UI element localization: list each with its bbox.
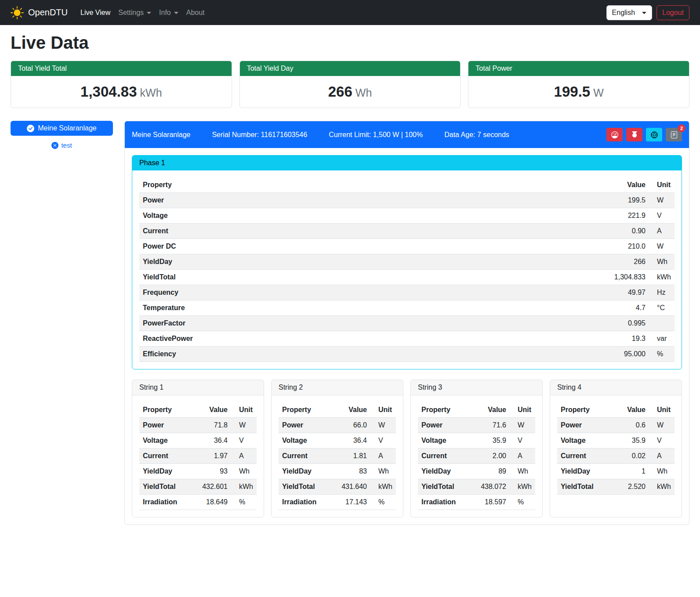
property-name: YieldTotal: [279, 479, 338, 495]
property-value: 0.90: [611, 224, 653, 239]
language-select-value: English: [612, 9, 635, 17]
property-unit: V: [653, 208, 675, 224]
col-header-unit: Unit: [236, 402, 257, 418]
property-value: 2.00: [477, 449, 514, 464]
table-row: YieldDay 93 Wh: [139, 464, 257, 479]
property-unit: %: [236, 495, 257, 510]
string-card-body: Property Value Unit Power: [411, 395, 542, 517]
summary-cards-row: Total Yield Total 1,304.83kWh Total Yiel…: [11, 61, 689, 108]
property-name: YieldDay: [418, 464, 477, 479]
property-unit: Wh: [653, 464, 675, 479]
string-card-2: String 2 Property Value Unit: [271, 380, 403, 517]
property-name: Current: [279, 449, 338, 464]
col-header-property: Property: [139, 402, 199, 418]
property-value: 1,304.833: [611, 270, 653, 285]
string-card-title: String 2: [272, 380, 403, 395]
property-value: 438.072: [477, 479, 514, 495]
property-name: YieldDay: [279, 464, 338, 479]
property-unit: Wh: [514, 464, 535, 479]
inverter-select-button[interactable]: Meine Solaranlage: [11, 121, 113, 136]
string-card-1: String 1 Property Value Unit: [132, 380, 264, 517]
table-row: Current 0.02 A: [557, 449, 675, 464]
summary-card-total-yield-day: Total Yield Day 266Wh: [239, 61, 461, 108]
table-row: Current 1.97 A: [139, 449, 257, 464]
table-header-row: Property Value Unit: [139, 177, 675, 193]
device-info-button[interactable]: [646, 128, 662, 141]
property-name: YieldTotal: [139, 479, 199, 495]
property-value: 2.520: [624, 479, 653, 495]
property-value: 1: [624, 464, 653, 479]
property-name: Current: [418, 449, 477, 464]
nav-item-label: Info: [159, 9, 171, 17]
nav-item-settings[interactable]: Settings: [114, 5, 155, 20]
power-button[interactable]: [626, 128, 642, 141]
property-value: 0.995: [611, 316, 653, 331]
property-name: Power: [557, 418, 624, 433]
summary-value: 1,304.83: [80, 83, 137, 100]
chevron-down-icon: [642, 12, 646, 14]
nav-item-info[interactable]: Info: [155, 5, 182, 20]
inverter-sidebar: Meine Solaranlage test: [11, 121, 113, 149]
x-circle-icon: [51, 142, 58, 149]
nav-item-about[interactable]: About: [182, 5, 209, 20]
col-header-value: Value: [611, 177, 653, 193]
string-card-body: Property Value Unit Power: [550, 395, 682, 502]
property-value: 18.597: [477, 495, 514, 510]
phase-table: Property Value Unit Power 199.5: [139, 177, 675, 362]
table-row: Power DC 210.0 W: [139, 239, 675, 254]
property-unit: Wh: [375, 464, 396, 479]
top-navbar: OpenDTU Live View Settings Info About En…: [0, 0, 700, 25]
property-unit: W: [236, 418, 257, 433]
table-row: ReactivePower 19.3 var: [139, 331, 675, 347]
page-content: Live Data Total Yield Total 1,304.83kWh …: [0, 25, 700, 535]
col-header-value: Value: [338, 402, 375, 418]
property-unit: A: [653, 224, 675, 239]
power-icon: [631, 131, 638, 138]
logout-button[interactable]: Logout: [656, 5, 689, 20]
property-unit: °C: [653, 300, 675, 316]
nav-item-live-view[interactable]: Live View: [76, 5, 114, 20]
property-name: Frequency: [139, 285, 611, 300]
phase-card-body: Property Value Unit Power 199.5: [132, 170, 682, 369]
property-value: 1.97: [199, 449, 236, 464]
property-value: 71.8: [199, 418, 236, 433]
property-name: YieldTotal: [418, 479, 477, 495]
property-unit: V: [375, 433, 396, 449]
col-header-unit: Unit: [653, 177, 675, 193]
table-row: YieldTotal 2.520 kWh: [557, 479, 675, 495]
summary-card-title: Total Yield Day: [240, 61, 461, 76]
language-select[interactable]: English: [606, 5, 652, 20]
sidebar-item-test[interactable]: test: [11, 141, 113, 149]
table-row: YieldTotal 438.072 kWh: [418, 479, 535, 495]
property-value: 95.000: [611, 347, 653, 362]
main-row: Meine Solaranlage test Meine Solaranlage…: [11, 121, 689, 525]
property-name: Efficiency: [139, 347, 611, 362]
summary-value: 199.5: [554, 83, 591, 100]
property-name: Voltage: [139, 433, 199, 449]
property-unit: kWh: [653, 270, 675, 285]
brand[interactable]: OpenDTU: [11, 6, 68, 19]
limit-settings-button[interactable]: [606, 128, 623, 141]
col-header-property: Property: [557, 402, 624, 418]
table-header-row: Property Value Unit: [418, 402, 535, 418]
inverter-actions: 2: [606, 128, 682, 141]
table-header-row: Property Value Unit: [557, 402, 675, 418]
property-value: 66.0: [338, 418, 375, 433]
property-value: 1.81: [338, 449, 375, 464]
journal-icon: [671, 131, 678, 138]
table-header-row: Property Value Unit: [139, 402, 257, 418]
inverter-card: Meine Solaranlage Serial Number: 1161716…: [124, 121, 689, 525]
table-row: YieldTotal 432.601 kWh: [139, 479, 257, 495]
property-value: 18.649: [199, 495, 236, 510]
table-row: YieldTotal 1,304.833 kWh: [139, 270, 675, 285]
event-log-button[interactable]: 2: [666, 128, 682, 141]
property-unit: [653, 316, 675, 331]
property-unit: V: [514, 433, 535, 449]
property-value: 221.9: [611, 208, 653, 224]
property-value: 432.601: [199, 479, 236, 495]
summary-card-total-power: Total Power 199.5W: [468, 61, 689, 108]
summary-card-body: 266Wh: [240, 76, 461, 108]
check-circle-icon: [27, 125, 34, 132]
nav-item-label: About: [186, 9, 205, 17]
table-row: Current 2.00 A: [418, 449, 535, 464]
